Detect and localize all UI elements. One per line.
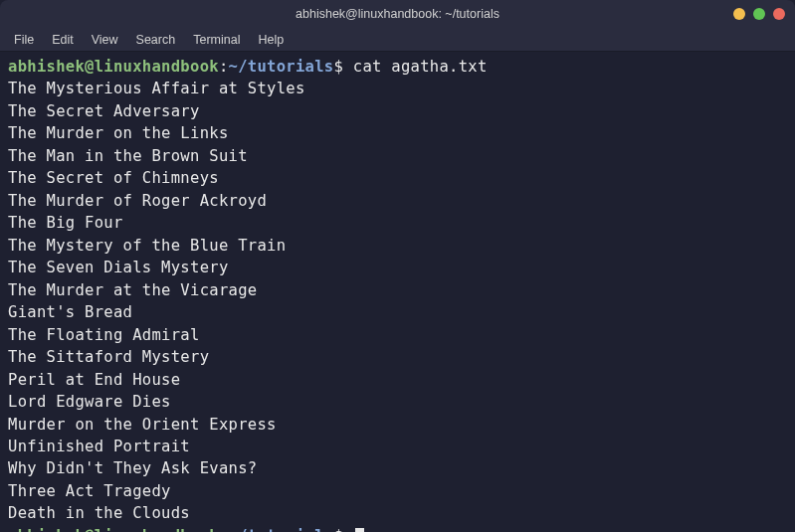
command-text: cat agatha.txt	[353, 58, 488, 76]
prompt-symbol: $	[334, 527, 344, 532]
output-line: Lord Edgware Dies	[8, 391, 787, 413]
window-title: abhishek@linuxhandbook: ~/tutorials	[296, 7, 499, 21]
output-line: The Secret of Chimneys	[8, 167, 787, 189]
prompt-line-1: abhishek@linuxhandbook:~/tutorials$ cat …	[8, 56, 787, 78]
output-line: Death in the Clouds	[8, 502, 787, 524]
output-line: The Floating Admiral	[8, 324, 787, 346]
output-line: The Big Four	[8, 212, 787, 234]
titlebar: abhishek@linuxhandbook: ~/tutorials	[0, 0, 795, 28]
output-line: The Secret Adversary	[8, 100, 787, 122]
menu-help[interactable]: Help	[250, 31, 292, 49]
menu-view[interactable]: View	[84, 31, 126, 49]
output-line: The Man in the Brown Suit	[8, 145, 787, 167]
menubar: File Edit View Search Terminal Help	[0, 28, 795, 52]
close-button[interactable]	[773, 8, 785, 20]
window-controls	[733, 8, 785, 20]
menu-file[interactable]: File	[6, 31, 42, 49]
minimize-button[interactable]	[733, 8, 745, 20]
output-line: Three Act Tragedy	[8, 480, 787, 502]
terminal-area[interactable]: abhishek@linuxhandbook:~/tutorials$ cat …	[0, 52, 795, 532]
prompt-separator: :	[219, 527, 229, 532]
output-line: The Sittaford Mystery	[8, 346, 787, 368]
output-line: The Murder of Roger Ackroyd	[8, 190, 787, 212]
prompt-line-2: abhishek@linuxhandbook:~/tutorials$	[8, 525, 787, 532]
output-line: Peril at End House	[8, 369, 787, 391]
output-line: The Mystery of the Blue Train	[8, 235, 787, 257]
menu-edit[interactable]: Edit	[44, 31, 82, 49]
output-line: The Seven Dials Mystery	[8, 257, 787, 278]
prompt-user: abhishek@linuxhandbook	[8, 527, 219, 532]
prompt-path: ~/tutorials	[229, 527, 334, 532]
output-line: The Murder on the Links	[8, 122, 787, 144]
output-line: The Mysterious Affair at Styles	[8, 78, 787, 99]
output-container: The Mysterious Affair at StylesThe Secre…	[8, 78, 787, 524]
output-line: Unfinished Portrait	[8, 436, 787, 457]
menu-terminal[interactable]: Terminal	[185, 31, 248, 49]
output-line: The Murder at the Vicarage	[8, 279, 787, 301]
output-line: Why Didn't They Ask Evans?	[8, 457, 787, 479]
cursor	[355, 528, 364, 532]
menu-search[interactable]: Search	[128, 31, 184, 49]
prompt-symbol: $	[334, 58, 344, 76]
prompt-separator: :	[219, 58, 229, 76]
output-line: Giant's Bread	[8, 301, 787, 323]
prompt-path: ~/tutorials	[229, 58, 334, 76]
maximize-button[interactable]	[753, 8, 765, 20]
prompt-user: abhishek@linuxhandbook	[8, 58, 219, 76]
output-line: Murder on the Orient Express	[8, 414, 787, 436]
